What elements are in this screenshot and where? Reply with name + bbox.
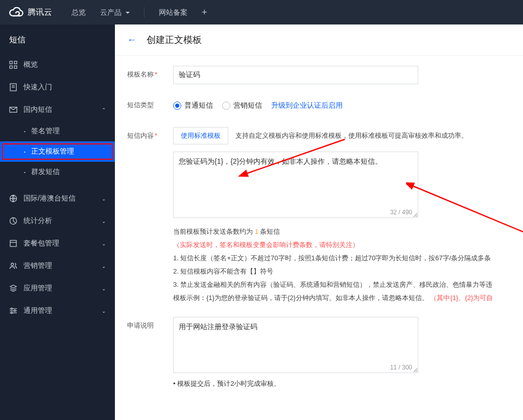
row-template-name: 模板名称* — [127, 66, 523, 84]
sidebar-item-label: 概览 — [23, 60, 38, 69]
rule-example-red: （其中{1}、{2}为可自 — [430, 294, 493, 302]
sidebar-item-label: 通用管理 — [23, 306, 52, 315]
apply-desc-textarea[interactable] — [173, 317, 418, 373]
radio-icon — [173, 102, 181, 110]
nav-products[interactable]: 云产品 — [93, 0, 137, 24]
sliders-icon — [9, 307, 17, 315]
sidebar-item-statistics[interactable]: 统计分析 ⌄ — [0, 210, 115, 232]
radio-label: 普通短信 — [184, 101, 213, 110]
svg-point-18 — [11, 312, 13, 314]
chevron-down-icon: ⌄ — [102, 263, 106, 269]
nav-products-label: 云产品 — [100, 8, 122, 16]
svg-point-17 — [14, 310, 16, 312]
sidebar-item-marketing[interactable]: 营销管理 ⌄ — [0, 255, 115, 277]
label-sms-type: 短信类型 — [127, 96, 173, 115]
svg-rect-0 — [10, 61, 12, 64]
sub-item-template[interactable]: · 正文模板管理 — [0, 141, 115, 162]
sidebar-item-label: 快速入门 — [23, 83, 52, 92]
page-title: 创建正文模板 — [147, 34, 202, 46]
chevron-up-icon: ⌃ — [102, 107, 106, 113]
add-tab-button[interactable]: + — [195, 7, 215, 18]
svg-point-16 — [11, 308, 13, 310]
label-template-name: 模板名称* — [127, 66, 173, 84]
doc-icon — [9, 83, 17, 91]
bullet-icon: · — [23, 147, 26, 156]
row-apply-desc: 申请说明 11 / 300 • 模板提交后，预计2小时完成审核。 — [127, 317, 523, 388]
sub-item-signature[interactable]: · 签名管理 — [0, 121, 115, 141]
required-mark: * — [155, 132, 157, 139]
bullet-icon: · — [23, 167, 26, 177]
svg-rect-2 — [10, 66, 12, 68]
content-rules: 当前模板预计发送条数约为 1 条短信 （实际发送时，签名和模板变量会影响计费条数… — [173, 225, 523, 305]
sub-item-mass-send[interactable]: · 群发短信 — [0, 162, 115, 182]
sub-item-label: 正文模板管理 — [31, 147, 74, 156]
use-standard-template-button[interactable]: 使用标准模板 — [173, 127, 228, 144]
sidebar-item-quickstart[interactable]: 快速入门 — [0, 76, 115, 98]
sidebar-item-package[interactable]: 套餐包管理 ⌄ — [0, 232, 115, 255]
sidebar: 短信 概览 快速入门 国内短信 ⌃ · 签名管理 · 正文模板管理 · 群发短信 — [0, 24, 115, 420]
layers-icon — [9, 284, 17, 292]
page-header: ← 创建正文模板 — [115, 24, 523, 55]
mail-icon — [9, 106, 17, 114]
main: ← 创建正文模板 模板名称* 短信类型 普通短信 — [115, 24, 523, 420]
radio-marketing-sms[interactable]: 营销短信 — [222, 101, 262, 110]
svg-rect-1 — [14, 61, 17, 64]
sidebar-item-domestic-sms[interactable]: 国内短信 ⌃ — [0, 98, 115, 121]
divider — [144, 7, 145, 17]
chevron-down-icon: ⌄ — [102, 286, 106, 291]
sidebar-item-label: 营销管理 — [23, 261, 52, 270]
sms-content-textarea[interactable] — [173, 152, 418, 218]
desc-char-count: 11 / 300 — [389, 364, 413, 371]
top-nav: 腾讯云 总览 云产品 网站备案 + — [0, 0, 523, 24]
rule-warn: （实际发送时，签名和模板变量会影响计费条数，请特别关注） — [173, 238, 523, 252]
rule-1: 1. 短信长度（签名+正文）不超过70字时，按照1条短信计费；超过70字即为长短… — [173, 252, 523, 265]
row-sms-content: 短信内容* 使用标准模板 支持自定义模板内容和使用标准模板，使用标准模板可提高审… — [127, 127, 523, 305]
chevron-down-icon — [126, 12, 130, 14]
sidebar-item-intl-sms[interactable]: 国际/港澳台短信 ⌄ — [0, 187, 115, 210]
sidebar-item-label: 国际/港澳台短信 — [23, 194, 76, 203]
rule-example: 模板示例：{1}为您的登录验证码，请于{2}分钟内填写。如非本人操作，请忽略本短… — [173, 294, 429, 302]
row-sms-type: 短信类型 普通短信 营销短信 升级到企业认证后启用 — [127, 96, 523, 115]
required-mark: * — [155, 70, 157, 78]
svg-rect-10 — [10, 240, 16, 246]
people-icon — [9, 262, 17, 270]
bullet-icon: · — [23, 127, 26, 136]
label-sms-content: 短信内容* — [127, 127, 173, 305]
chevron-down-icon: ⌄ — [102, 196, 106, 202]
package-icon — [9, 239, 17, 248]
sidebar-title: 短信 — [0, 24, 115, 54]
chevron-down-icon: ⌄ — [102, 218, 106, 224]
globe-icon — [9, 194, 17, 203]
sub-item-label: 签名管理 — [31, 127, 60, 136]
back-button[interactable]: ← — [127, 35, 136, 45]
form-content: 模板名称* 短信类型 普通短信 营销短信 — [115, 55, 523, 420]
svg-point-12 — [11, 263, 14, 266]
chevron-down-icon: ⌄ — [102, 308, 106, 314]
std-template-hint: 支持自定义模板内容和使用标准模板，使用标准模板可提高审核效率和成功率。 — [235, 131, 468, 140]
template-name-input[interactable] — [173, 66, 418, 84]
sidebar-item-label: 国内短信 — [23, 105, 52, 114]
sub-item-label: 群发短信 — [31, 167, 60, 177]
label-apply-desc: 申请说明 — [127, 317, 173, 388]
cloud-icon — [9, 5, 23, 19]
chevron-down-icon: ⌄ — [102, 241, 106, 246]
brand[interactable]: 腾讯云 — [9, 5, 52, 19]
rule-2: 2. 短信模板内容不能含有【】符号 — [173, 265, 523, 278]
radio-label: 营销短信 — [233, 101, 262, 110]
sidebar-item-label: 套餐包管理 — [23, 239, 59, 248]
chart-icon — [9, 217, 17, 225]
sidebar-item-general[interactable]: 通用管理 ⌄ — [0, 300, 115, 322]
radio-normal-sms[interactable]: 普通短信 — [173, 101, 213, 110]
nav-beian[interactable]: 网站备案 — [152, 0, 195, 24]
sidebar-item-overview[interactable]: 概览 — [0, 54, 115, 76]
nav-overview[interactable]: 总览 — [64, 0, 93, 24]
svg-rect-3 — [14, 66, 17, 68]
grid-icon — [9, 61, 17, 69]
brand-text: 腾讯云 — [28, 7, 52, 18]
sidebar-item-label: 统计分析 — [23, 216, 52, 226]
sidebar-item-label: 应用管理 — [23, 284, 52, 293]
submit-footnote: • 模板提交后，预计2小时完成审核。 — [173, 379, 523, 388]
radio-icon — [222, 102, 230, 110]
sidebar-item-app[interactable]: 应用管理 ⌄ — [0, 277, 115, 300]
upgrade-link[interactable]: 升级到企业认证后启用 — [271, 101, 343, 110]
